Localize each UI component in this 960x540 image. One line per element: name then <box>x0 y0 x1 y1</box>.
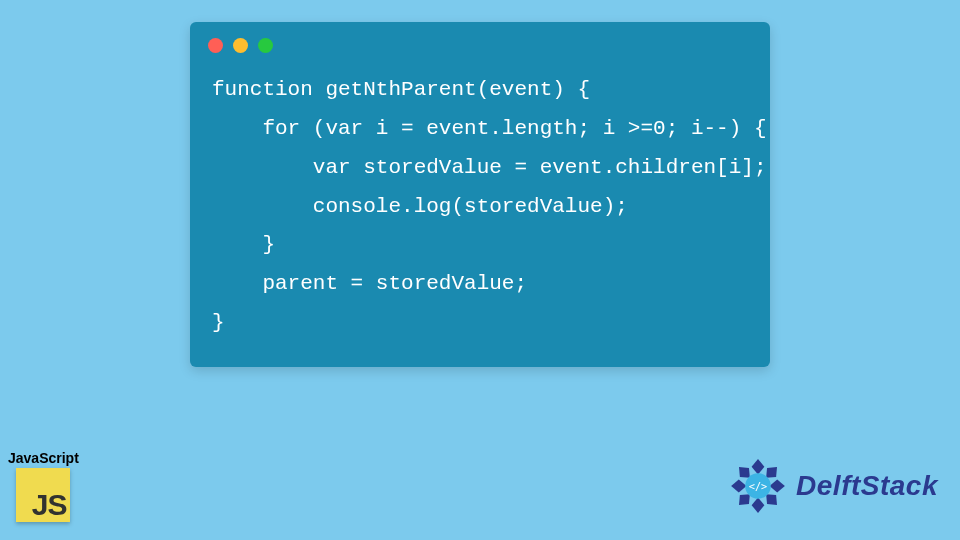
svg-marker-0 <box>752 459 765 474</box>
code-line: console.log(storedValue); <box>212 195 628 218</box>
code-block: function getNthParent(event) { for (var … <box>212 71 748 343</box>
svg-marker-3 <box>770 480 785 493</box>
svg-marker-1 <box>752 498 765 513</box>
code-line: function getNthParent(event) { <box>212 78 590 101</box>
window-controls <box>208 38 748 53</box>
minimize-icon <box>233 38 248 53</box>
maximize-icon <box>258 38 273 53</box>
code-line: parent = storedValue; <box>212 272 527 295</box>
javascript-badge: JavaScript JS <box>8 450 79 522</box>
code-line: } <box>212 311 225 334</box>
delftstack-name: DelftStack <box>796 470 938 502</box>
code-line: } <box>212 233 275 256</box>
delftstack-brand: </> DelftStack <box>726 454 938 518</box>
javascript-label: JavaScript <box>8 450 79 466</box>
delftstack-logo-icon: </> <box>726 454 790 518</box>
code-line: for (var i = event.length; i >=0; i--) { <box>212 117 767 140</box>
svg-marker-2 <box>731 480 746 493</box>
code-snippet-card: function getNthParent(event) { for (var … <box>190 22 770 367</box>
code-line: var storedValue = event.children[i]; <box>212 156 767 179</box>
svg-text:</>: </> <box>749 480 768 492</box>
javascript-logo-text: JS <box>32 488 67 522</box>
close-icon <box>208 38 223 53</box>
javascript-logo-icon: JS <box>16 468 70 522</box>
